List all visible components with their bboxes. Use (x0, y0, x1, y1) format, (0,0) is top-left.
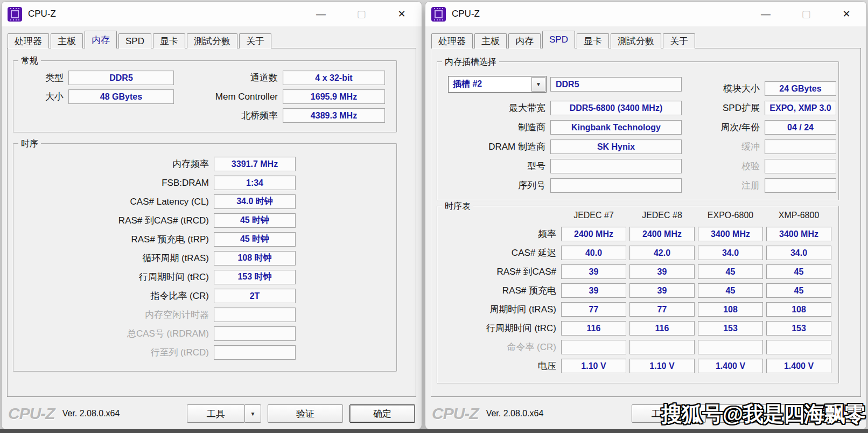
close-button[interactable]: ✕ (394, 6, 410, 22)
table-cell: 1.400 V (698, 359, 763, 373)
tab-mainboard[interactable]: 主板 (474, 33, 507, 48)
tools-button[interactable]: 工具 (187, 404, 245, 423)
module-size-field: 24 GBytes (765, 81, 836, 96)
table-cell: 108 (766, 302, 831, 317)
dropdown-arrow-icon: ▼ (250, 411, 256, 417)
nb-frequency-field: 4389.3 MHz (283, 108, 385, 123)
tab-spd[interactable]: SPD (542, 31, 575, 48)
table-cell: 153 (766, 321, 831, 336)
nb-frequency-label: 北桥频率 (187, 109, 283, 122)
memory-size-field: 48 GBytes (68, 89, 174, 104)
tab-graphics[interactable]: 显卡 (577, 33, 609, 48)
cpuz-logo: CPU-Z (8, 404, 55, 423)
slot-group-title: 内存插槽选择 (442, 57, 499, 67)
manufacturer-label: 制造商 (437, 121, 550, 134)
command-rate-field: 2T (214, 289, 296, 303)
close-button[interactable]: ✕ (838, 6, 855, 22)
channels-field: 4 x 32-bit (283, 71, 385, 85)
part-number-field (550, 159, 682, 173)
cas-latency-label: CAS# Latency (CL) (13, 197, 214, 207)
minimize-button[interactable]: — (313, 6, 329, 22)
minimize-icon: — (761, 9, 771, 20)
table-cell: 40.0 (561, 246, 626, 260)
memory-size-label: 大小 (25, 90, 68, 103)
cpu-die-icon (11, 10, 19, 18)
table-cell: 45 (698, 283, 763, 298)
idle-timer-field (214, 308, 296, 322)
tab-bench[interactable]: 測試分數 (611, 33, 661, 48)
tab-spd[interactable]: SPD (118, 33, 151, 48)
column-header-expo: EXPO-6800 (698, 211, 763, 220)
table-cell: 77 (561, 302, 626, 317)
close-icon: ✕ (842, 8, 850, 20)
tab-processor[interactable]: 处理器 (431, 33, 473, 48)
table-cell: 34.0 (766, 246, 831, 260)
titlebar: CPU-Z — ▢ ✕ (425, 2, 866, 26)
fsb-dram-field: 1:34 (214, 176, 296, 190)
slot-select[interactable]: 插槽 #2 ▼ (448, 76, 547, 93)
trc-row-label: 行周期时间 (tRC) (437, 322, 561, 334)
maximize-icon: ▢ (356, 8, 366, 20)
tab-memory[interactable]: 内存 (85, 31, 117, 48)
maximize-button: ▢ (798, 6, 814, 22)
tools-dropdown-button[interactable]: ▼ (244, 404, 261, 423)
timing-row: CAS# Latency (CL)34.0 时钟 (13, 194, 396, 209)
spd-ext-label: SPD扩展 (682, 102, 765, 114)
trcd-label: RAS# 到CAS# (tRCD) (13, 214, 214, 227)
buffered-field (765, 139, 836, 154)
ok-button[interactable]: 确定 (349, 404, 415, 423)
minimize-icon: — (316, 9, 326, 20)
table-cell: 153 (698, 321, 763, 336)
timings-group: 时序 内存频率3391.7 MHz FSB:DRAM1:34 CAS# Late… (13, 143, 397, 372)
slot-select-dropdown-button[interactable]: ▼ (531, 77, 545, 92)
cpu-die-icon (435, 10, 443, 18)
part-number-label: 型号 (437, 160, 550, 172)
chevron-down-icon: ▼ (536, 81, 541, 87)
week-year-label: 周次/年份 (682, 121, 765, 134)
tras-label: 循环周期 (tRAS) (13, 252, 214, 264)
column-header-xmp: XMP-6800 (766, 211, 831, 220)
table-cell (561, 340, 626, 354)
dram-manufacturer-field: SK Hynix (550, 139, 682, 154)
tab-processor[interactable]: 处理器 (8, 33, 49, 48)
table-cell: 34.0 (698, 246, 763, 260)
tab-graphics[interactable]: 显卡 (153, 33, 185, 48)
tras-field: 108 时钟 (214, 251, 296, 266)
validate-button[interactable]: 验证 (268, 404, 343, 423)
table-cell: 77 (629, 302, 695, 317)
memory-tab-page: 常规 类型DDR5 大小48 GBytes 通道数4 x 32-bit Mem … (7, 48, 416, 397)
table-cell: 1.10 V (561, 359, 626, 373)
max-bandwidth-label: 最大带宽 (437, 102, 550, 114)
max-bandwidth-field: DDR5-6800 (3400 MHz) (550, 101, 682, 115)
timing-row: FSB:DRAM1:34 (13, 176, 396, 190)
close-icon: ✕ (397, 8, 405, 20)
registered-field (765, 178, 836, 193)
version-text: Ver. 2.08.0.x64 (62, 409, 120, 418)
cpuz-window-memory: CPU-Z — ▢ ✕ 处理器 主板 内存 SPD 显卡 測試分數 关于 常规 … (2, 2, 422, 429)
maximize-button: ▢ (353, 6, 369, 22)
spd-ext-field: EXPO, XMP 3.0 (765, 101, 836, 115)
parity-label: 校验 (682, 160, 765, 172)
table-cell: 39 (561, 264, 626, 279)
memory-type-field: DDR5 (68, 71, 174, 85)
version-text: Ver. 2.08.0.x64 (486, 409, 544, 418)
week-year-field: 04 / 24 (765, 120, 836, 135)
table-cell: 39 (561, 283, 626, 298)
table-cell: 2400 MHz (629, 227, 695, 241)
minimize-button[interactable]: — (758, 6, 774, 22)
serial-number-field (550, 178, 682, 193)
tab-about[interactable]: 关于 (239, 33, 271, 48)
tab-memory[interactable]: 内存 (508, 33, 541, 48)
table-cell (698, 340, 763, 354)
general-group: 常规 类型DDR5 大小48 GBytes 通道数4 x 32-bit Mem … (13, 60, 397, 132)
tab-bench[interactable]: 測試分數 (187, 33, 237, 48)
tab-about[interactable]: 关于 (663, 33, 695, 48)
timing-row: 指令比率 (CR)2T (13, 289, 396, 303)
tab-mainboard[interactable]: 主板 (51, 33, 83, 48)
mem-controller-label: Mem Controller (187, 92, 283, 102)
table-cell: 39 (629, 264, 695, 279)
cas-latency-row-label: CAS# 延迟 (437, 247, 561, 259)
table-cell: 45 (698, 264, 763, 279)
tab-bar: 处理器 主板 内存 SPD 显卡 測試分數 关于 (8, 31, 273, 48)
maximize-icon: ▢ (801, 8, 810, 20)
